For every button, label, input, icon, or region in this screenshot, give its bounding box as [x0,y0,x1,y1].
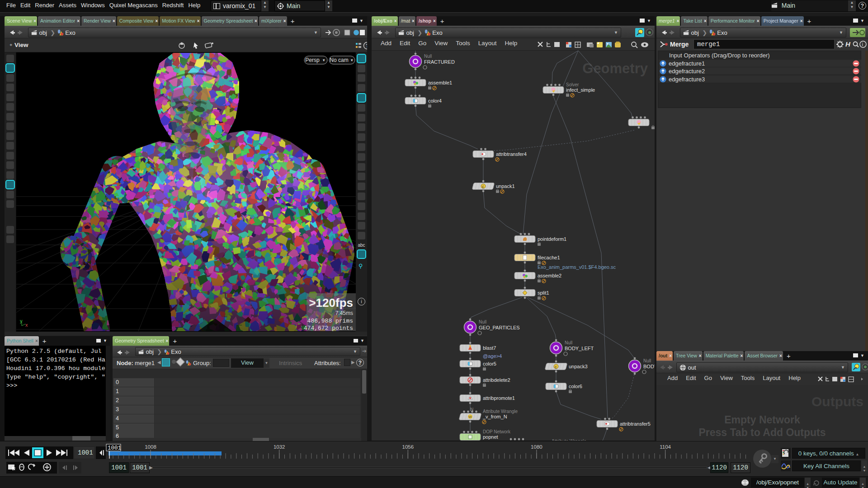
svg-text:split1: split1 [538,290,549,296]
svg-text:1032: 1032 [274,444,285,450]
svg-text:attribdelete2: attribdelete2 [483,377,510,383]
svg-text:Null: Null [424,54,432,59]
svg-text:color5: color5 [483,361,496,366]
svg-text:color4: color4 [428,98,442,103]
svg-text:1008: 1008 [145,444,156,450]
svg-text:infect_simple: infect_simple [566,87,595,93]
svg-text:@age>4: @age>4 [483,353,502,359]
svg-text:Null: Null [643,358,651,363]
svg-text:BODY_LEFT: BODY_LEFT [565,346,594,351]
svg-text:y: y [20,318,23,324]
svg-text:FRACTURED: FRACTURED [424,59,455,65]
svg-text:GEO_PARTICLES: GEO_PARTICLES [479,325,520,330]
svg-text:474,672 points: 474,672 points [304,325,353,331]
svg-text:attribtransfer4: attribtransfer4 [496,151,527,157]
svg-text:1056: 1056 [402,444,414,450]
svg-text:attribtransfer5: attribtransfer5 [620,421,651,427]
svg-text:Attribute Wrangle: Attribute Wrangle [552,439,587,441]
svg-text:unpack3: unpack3 [569,364,588,369]
svg-text:color6: color6 [569,384,582,389]
svg-text:BODY: BODY [643,364,655,369]
svg-text:popnet: popnet [483,434,498,440]
svg-text:W: W [468,415,472,419]
svg-text:unpack1: unpack1 [496,183,515,189]
svg-text:attribpromote1: attribpromote1 [483,395,515,401]
svg-text:Attribute Wrangle: Attribute Wrangle [483,409,518,414]
svg-text:7.45ms: 7.45ms [335,310,353,316]
svg-text:c: c [555,365,557,369]
svg-text:H: H [845,40,851,48]
svg-text:1080: 1080 [531,444,542,450]
svg-text:Persp: Persp [305,57,320,63]
svg-text:▾: ▾ [351,58,353,62]
svg-text:Null: Null [479,319,486,324]
svg-text:Null: Null [565,340,572,345]
svg-text:x: x [25,322,28,328]
svg-text:i: i [862,42,863,47]
svg-text:filecache1: filecache1 [538,255,560,260]
svg-text:No cam: No cam [330,57,348,63]
svg-text:pointdeform1: pointdeform1 [538,236,566,242]
svg-text:▾: ▾ [323,58,325,62]
svg-text:1001: 1001 [108,445,121,451]
svg-text:Geometry: Geometry [582,61,648,76]
svg-text:1104: 1104 [660,444,671,450]
svg-text:_v_from_N: _v_from_N [482,414,507,419]
svg-text:Solver: Solver [566,82,579,87]
svg-text:DOP Network: DOP Network [483,429,511,434]
svg-text:c: c [482,184,484,189]
svg-text:Exo_anim_parms_v01.$F4.bgeo.sc: Exo_anim_parms_v01.$F4.bgeo.sc [538,264,616,270]
svg-text:assemble2: assemble2 [538,273,561,278]
svg-text:>120fps: >120fps [309,296,353,310]
svg-text:486,988 prims: 486,988 prims [307,318,353,324]
svg-text:assemble1: assemble1 [428,80,452,85]
svg-text:blast7: blast7 [483,345,496,351]
